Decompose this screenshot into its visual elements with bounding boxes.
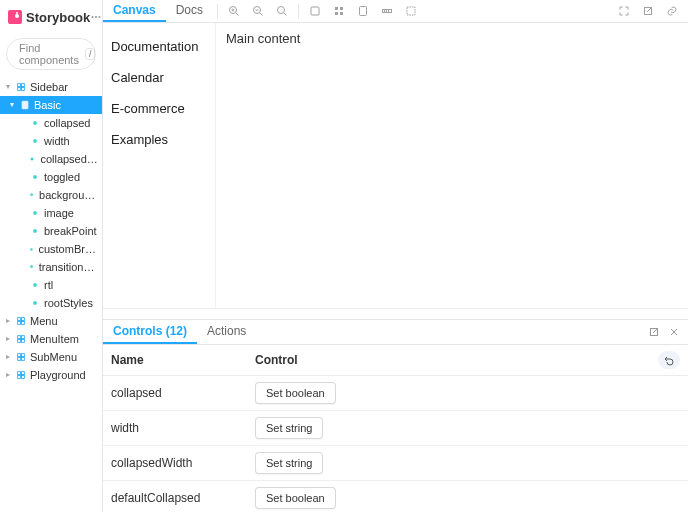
svg-point-16 [30,194,32,196]
preview-sidebar-item-documentation[interactable]: Documentation [111,31,207,62]
svg-point-13 [33,139,36,142]
svg-rect-58 [407,7,415,15]
control-set-button-collapsed[interactable]: Set boolean [255,382,336,404]
svg-rect-38 [21,375,24,378]
toolbar-separator [217,4,218,18]
tree-story-backgroundColor[interactable]: backgroundColor [0,186,102,204]
svg-rect-48 [311,7,319,15]
storybook-sidebar: Storybook Find components / ▾Sidebar▾Bas… [0,0,103,512]
svg-point-22 [33,301,36,304]
svg-rect-30 [21,339,24,342]
svg-rect-52 [340,12,343,15]
grid-button[interactable] [332,4,346,18]
svg-rect-51 [335,12,338,15]
preview-main-text: Main content [226,31,300,46]
controls-reset-button[interactable] [658,351,680,369]
svg-point-2 [99,16,101,18]
fullscreen-button[interactable] [617,4,631,18]
search-placeholder: Find components [19,42,79,66]
story-preview: DocumentationCalendarE-commerceExamples … [103,23,688,309]
svg-point-1 [95,16,97,18]
tree-doc-basic[interactable]: ▾Basic [0,96,102,114]
zoom-in-button[interactable] [227,4,241,18]
open-new-tab-button[interactable] [641,4,655,18]
svg-rect-31 [18,354,21,357]
tree-story-collapsed[interactable]: collapsed [0,114,102,132]
tree-story-customBreakPoint[interactable]: customBreakPoint [0,240,102,258]
control-name: collapsedWidth [111,456,255,470]
toolbar-separator [298,4,299,18]
preview-component-sidebar: DocumentationCalendarE-commerceExamples [103,23,216,308]
tree-story-rootStyles[interactable]: rootStyles [0,294,102,312]
tree-story-breakPoint[interactable]: breakPoint [0,222,102,240]
addons-tab-actions[interactable]: Actions [197,320,256,344]
svg-point-12 [33,121,36,124]
control-row-defaultCollapsed: defaultCollapsedSet boolean [103,481,688,512]
tree-component-menuitem[interactable]: ▸MenuItem [0,330,102,348]
addons-tab-controls[interactable]: Controls (12) [103,320,197,344]
svg-rect-49 [335,7,338,10]
svg-rect-7 [18,87,21,90]
outline-button[interactable] [404,4,418,18]
control-row-width: widthSet string [103,411,688,446]
preview-toolbar: CanvasDocs [103,0,688,23]
svg-point-46 [278,7,285,14]
panel-resize-handle[interactable] [103,309,688,319]
svg-rect-24 [21,318,24,321]
control-set-button-width[interactable]: Set string [255,417,323,439]
svg-point-20 [30,266,32,268]
preview-sidebar-item-calendar[interactable]: Calendar [111,62,207,93]
preview-sidebar-item-e-commerce[interactable]: E-commerce [111,93,207,124]
svg-rect-33 [18,357,21,360]
svg-rect-32 [21,354,24,357]
zoom-reset-button[interactable] [275,4,289,18]
svg-point-14 [31,158,34,161]
svg-rect-27 [18,336,21,339]
background-button[interactable] [308,4,322,18]
measure-button[interactable] [380,4,394,18]
tree-story-rtl[interactable]: rtl [0,276,102,294]
preview-sidebar-item-examples[interactable]: Examples [111,124,207,155]
viewport-button[interactable] [356,4,370,18]
addons-close-button[interactable] [668,326,680,338]
preview-component-main: Main content [216,23,688,308]
preview-tab-canvas[interactable]: Canvas [103,0,166,22]
tree-component-menu[interactable]: ▸Menu [0,312,102,330]
tree-component-playground[interactable]: ▸Playground [0,366,102,384]
controls-header-control: Control [255,353,634,367]
addons-orientation-button[interactable] [648,326,660,338]
tree-component-submenu[interactable]: ▸SubMenu [0,348,102,366]
controls-table-header: Name Control [103,345,688,376]
tree-component-sidebar[interactable]: ▾Sidebar [0,78,102,96]
search-input[interactable]: Find components / [6,38,96,70]
svg-rect-26 [21,321,24,324]
undo-icon [663,354,675,366]
tree-story-width[interactable]: width [0,132,102,150]
svg-point-18 [33,229,36,232]
control-row-collapsed: collapsedSet boolean [103,376,688,411]
svg-rect-29 [18,339,21,342]
svg-point-19 [30,248,32,250]
tree-story-toggled[interactable]: toggled [0,168,102,186]
control-row-collapsedWidth: collapsedWidthSet string [103,446,688,481]
ellipsis-icon [90,11,102,23]
svg-point-15 [33,175,36,178]
tree-story-image[interactable]: image [0,204,102,222]
control-set-button-defaultCollapsed[interactable]: Set boolean [255,487,336,509]
copy-link-button[interactable] [665,4,679,18]
svg-rect-5 [18,84,21,87]
zoom-out-button[interactable] [251,4,265,18]
svg-rect-53 [360,7,367,16]
storybook-logo[interactable]: Storybook [8,10,90,25]
control-set-button-collapsedWidth[interactable]: Set string [255,452,323,474]
svg-rect-25 [18,321,21,324]
svg-point-21 [33,283,36,286]
sidebar-menu-button[interactable] [90,8,102,26]
svg-rect-36 [21,372,24,375]
preview-tab-docs[interactable]: Docs [166,0,213,22]
component-tree: ▾Sidebar▾BasiccollapsedwidthcollapsedWid… [0,78,102,512]
tree-story-collapsedWidth[interactable]: collapsedWidth [0,150,102,168]
tree-story-transitionDuration[interactable]: transitionDuration [0,258,102,276]
svg-line-40 [236,13,239,16]
svg-rect-28 [21,336,24,339]
